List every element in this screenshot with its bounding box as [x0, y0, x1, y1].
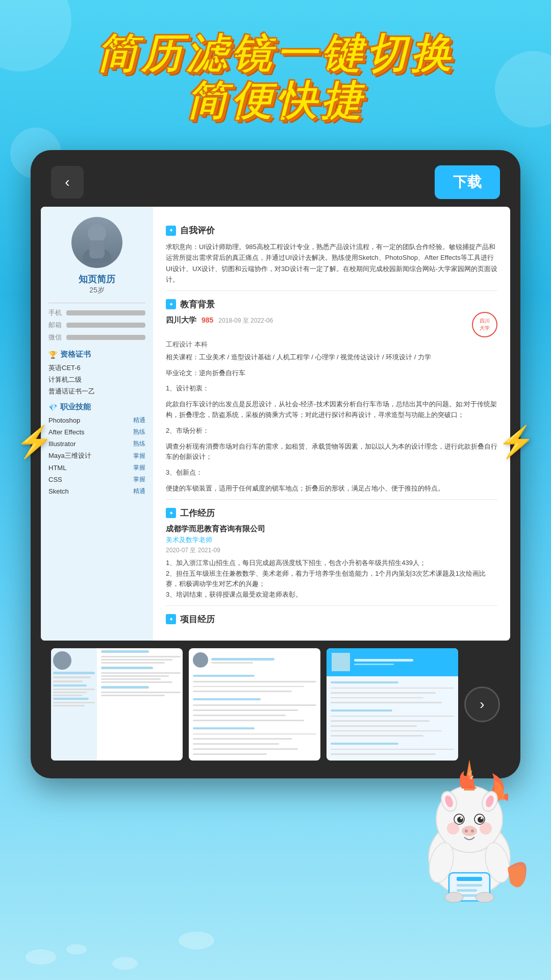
- thumb1-line8: [53, 698, 89, 700]
- work-company: 成都学而思教育咨询有限公司: [166, 524, 497, 534]
- next-button[interactable]: ›: [464, 687, 500, 722]
- svg-point-17: [447, 822, 459, 835]
- svg-point-11: [478, 817, 484, 823]
- thumb1-line2: [53, 676, 91, 678]
- thumb3-l5: [331, 716, 454, 717]
- thumb2-l1: [193, 681, 316, 682]
- self-eval-icon: ✦: [166, 226, 176, 236]
- svg-rect-26: [457, 877, 482, 881]
- work-date: 2020-07 至 2021-09: [166, 546, 497, 555]
- edu-degree: 工程设计 本科: [166, 340, 497, 349]
- person-age: 25岁: [89, 286, 105, 294]
- skill-level: 精通: [133, 416, 145, 425]
- thumb3-s2: [331, 709, 392, 712]
- work-desc3: 3、培训结束，获得授课点最受欢迎老师表彰。: [166, 590, 497, 600]
- work-desc2: 2、担任五年级班主任兼教数学、美术老师，着力于培养学生创造能力，1个月内策划3次…: [166, 569, 497, 590]
- certificates-title: 资格证书: [48, 350, 145, 359]
- contact-email: 邮箱: [48, 321, 145, 330]
- avatar-area: 知页简历 25岁: [48, 217, 145, 295]
- svg-point-31: [475, 892, 494, 902]
- skills-section: 职业技能 Photoshop 精通 After Effects 熟练 Illus…: [48, 402, 145, 496]
- svg-rect-27: [457, 884, 482, 887]
- thumb2-inner: [189, 648, 320, 761]
- edu-thesis-label: 毕业论文：逆向折叠自行车: [166, 368, 497, 379]
- thumb2-l10: [193, 743, 279, 745]
- thumb2-l9: [193, 738, 292, 740]
- edu-courses: 相关课程：工业美术 / 造型设计基础 / 人机工程学 / 心理学 / 视觉传达设…: [166, 352, 497, 363]
- edu-header: ✦ 教育背景: [166, 299, 497, 310]
- lightning-right-icon: ⚡: [497, 424, 536, 460]
- edu-thesis-p2-label: 2、市场分析：: [166, 426, 497, 436]
- divider-2: [166, 499, 497, 500]
- thumb3-inner: [327, 648, 458, 761]
- thumb1-line5: [53, 689, 95, 690]
- edu-school-name: 四川大学: [166, 315, 196, 325]
- thumb2-sec3: [193, 727, 255, 729]
- thumb2-l3: [193, 691, 292, 692]
- self-eval-header: ✦ 自我评价: [166, 225, 497, 236]
- skill-name: CSS: [48, 476, 62, 483]
- thumb1-line9: [53, 702, 95, 703]
- thumb1-line3: [53, 680, 83, 682]
- thumb1-r8: [101, 678, 161, 680]
- cert-item-2: 计算机二级: [48, 375, 145, 384]
- thumb2-l4: [193, 704, 316, 706]
- cert-item-1: 英语CET-6: [48, 363, 145, 373]
- thumb2-sec1: [193, 675, 255, 677]
- thumb1-line1: [53, 672, 95, 674]
- svg-point-12: [460, 817, 462, 819]
- svg-point-10: [457, 817, 463, 823]
- thumb3-l9: [331, 735, 423, 737]
- device-topbar: ‹ 下载: [41, 160, 510, 207]
- thumb3-sub: [354, 664, 394, 665]
- thumb3-s3: [331, 743, 398, 745]
- edu-stamp: 四川大学: [472, 312, 497, 337]
- skill-name: Maya三维设计: [48, 451, 91, 460]
- thumb2-name: [211, 658, 274, 660]
- work-desc1: 1、加入浙江常山招生点，每日完成超高强度线下招生，包含小升初各年级共招生439人…: [166, 558, 497, 569]
- thumb1-r2: [101, 656, 181, 657]
- thumb2-l8: [193, 733, 316, 735]
- svg-rect-28: [457, 889, 477, 892]
- cert-item-3: 普通话证书一乙: [48, 387, 145, 396]
- edu-icon: ✦: [166, 299, 176, 309]
- resume-main: ✦ 自我评价 求职意向：UI设计师助理。985高校工程设计专业，熟悉产品设计流程…: [153, 207, 510, 641]
- thumb1-r7: [101, 675, 168, 677]
- thumb1-line7: [53, 695, 83, 696]
- avatar: [71, 217, 122, 268]
- back-button[interactable]: ‹: [51, 166, 84, 199]
- phone-label: 手机: [48, 308, 64, 317]
- thumb3-l3: [331, 697, 423, 699]
- download-button[interactable]: 下载: [435, 165, 500, 199]
- thumb1-r4: [101, 662, 165, 664]
- contact-phone: 手机: [48, 308, 145, 317]
- skill-maya: Maya三维设计 掌握: [48, 451, 145, 460]
- skill-level: 掌握: [133, 452, 145, 460]
- thumb2-l11: [193, 748, 298, 750]
- thumbnail-1[interactable]: [51, 648, 183, 761]
- email-value-blur: [66, 323, 145, 328]
- edu-thesis-p3-label: 3、创新点：: [166, 468, 497, 478]
- edu-date: 2018-09 至 2022-06: [218, 316, 273, 325]
- thumb1-inner: [51, 648, 183, 761]
- skill-level: 熟练: [133, 428, 145, 436]
- thumb2-l12: [193, 753, 267, 755]
- thumbnail-3[interactable]: [327, 648, 458, 761]
- self-eval-title: 自我评价: [180, 225, 215, 236]
- thumbnail-2[interactable]: [189, 648, 320, 761]
- resume-sidebar: 知页简历 25岁 手机 邮箱 微信: [41, 207, 153, 641]
- thumb1-r1: [101, 650, 148, 653]
- thumb1-line6: [53, 692, 87, 693]
- thumb2-l2: [193, 686, 304, 688]
- brand-name: 知页简历: [48, 273, 145, 285]
- skill-illustrator: Illustrator 熟练: [48, 439, 145, 448]
- divider-3: [166, 605, 497, 606]
- skill-sketch: Sketch 精通: [48, 487, 145, 496]
- svg-point-18: [480, 822, 492, 835]
- skills-title: 职业技能: [48, 402, 145, 412]
- edu-thesis-p3-desc: 便捷的车锁装置，适用于任何威度的锁车地点；折叠后的形状，满足占地小、便于推拉的特…: [166, 483, 497, 494]
- lightning-left-icon: ⚡: [15, 424, 54, 460]
- thumb2-avatar: [193, 652, 208, 668]
- thumb1-r6: [101, 672, 181, 674]
- email-label: 邮箱: [48, 321, 64, 330]
